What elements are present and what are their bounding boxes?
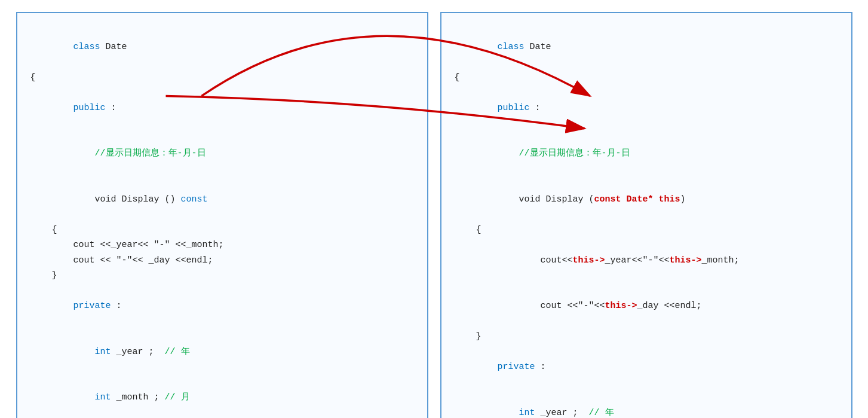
this-ptr3: this-> xyxy=(605,301,637,311)
keyword-public: public xyxy=(73,103,111,113)
year-ref: _year<<"-"<< xyxy=(605,255,670,266)
code-line: } xyxy=(30,268,414,283)
code-line: private : xyxy=(30,283,414,329)
code-line: //显示日期信息：年-月-日 xyxy=(30,131,414,177)
code-line: public : xyxy=(455,85,838,131)
void-display: void Display () const xyxy=(73,194,208,205)
close-paren: ) xyxy=(680,194,686,205)
keyword-private: private xyxy=(73,301,116,311)
var-year: _year ; xyxy=(116,347,165,357)
colon: : xyxy=(116,301,122,311)
code-panels: class Date { public : //显示日期信息：年-月-日 voi… xyxy=(16,12,852,418)
cout2: cout <<"-"<< xyxy=(498,301,605,311)
code-line: class Date xyxy=(455,24,838,70)
code-line: public : xyxy=(30,85,414,131)
var-month: _month ; xyxy=(116,392,165,402)
code-line: private : xyxy=(455,344,838,390)
code-line: class Date xyxy=(30,24,414,70)
keyword-public: public xyxy=(498,103,535,113)
code-line-cout2: cout <<"-"<<this->_day <<endl; xyxy=(455,283,838,329)
cout1: cout<< xyxy=(498,255,573,266)
right-code-box: class Date { public : //显示日期信息：年-月-日 voi… xyxy=(440,12,852,418)
keyword-int: int xyxy=(73,392,116,402)
comment-month: // 月 xyxy=(165,392,190,402)
comment-display: //显示日期信息：年-月-日 xyxy=(498,148,630,158)
code-line-int-month: int _month ; // 月 xyxy=(30,375,414,419)
keyword-int: int xyxy=(73,347,116,357)
code-line: { xyxy=(30,222,414,238)
var-year: _year ; xyxy=(541,408,589,418)
keyword-private: private xyxy=(498,362,541,372)
code-line: { xyxy=(455,70,838,86)
colon: : xyxy=(111,103,116,113)
code-line-display: void Display () const xyxy=(30,176,414,222)
code-line: } xyxy=(455,329,838,344)
code-line: { xyxy=(455,222,838,238)
code-line-display-right: void Display (const Date* this) xyxy=(455,176,838,222)
code-line-int-year-r: int _year ; // 年 xyxy=(455,390,838,418)
code-line: cout <<_year<< "-" <<_month; xyxy=(30,237,414,253)
main-container: class Date { public : //显示日期信息：年-月-日 voi… xyxy=(16,12,852,418)
this-ptr1: this-> xyxy=(573,255,605,266)
code-line-int-year: int _year ; // 年 xyxy=(30,329,414,375)
keyword-class: class xyxy=(73,42,106,52)
keyword-int: int xyxy=(498,408,541,418)
colon: : xyxy=(535,103,541,113)
code-line: { xyxy=(30,70,414,86)
month-ref: _month; xyxy=(702,255,740,266)
colon: : xyxy=(541,362,546,372)
comment-display: //显示日期信息：年-月-日 xyxy=(73,148,206,158)
class-name: Date xyxy=(106,42,127,52)
code-line-cout1: cout<<this->_year<<"-"<<this->_month; xyxy=(455,237,838,283)
comment-year: // 年 xyxy=(589,408,614,418)
day-ref: _day <<endl; xyxy=(637,301,702,311)
keyword-class: class xyxy=(498,42,530,52)
this-ptr2: this-> xyxy=(670,255,702,266)
code-line: //显示日期信息：年-月-日 xyxy=(455,131,838,177)
comment-year: // 年 xyxy=(165,347,190,357)
code-line: cout << "-"<< _day <<endl; xyxy=(30,253,414,269)
const-date-this: const Date* this xyxy=(594,194,680,205)
left-code-box: class Date { public : //显示日期信息：年-月-日 voi… xyxy=(16,12,428,418)
class-name: Date xyxy=(530,42,551,52)
void-kw: void Display ( xyxy=(498,194,594,205)
